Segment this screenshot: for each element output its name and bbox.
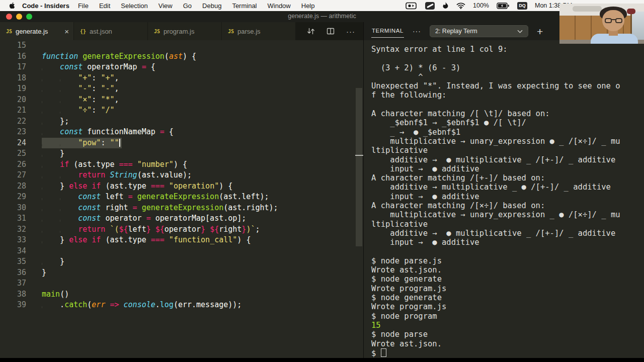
menu-item-terminal[interactable]: Terminal <box>232 2 257 10</box>
gutter-line-number[interactable]: 16 <box>0 51 26 62</box>
code-line[interactable]: 27return String(ast.value); <box>0 170 355 181</box>
menu-item-window[interactable]: Window <box>268 2 291 10</box>
code-line[interactable]: 30const right = generateExpression(ast.r… <box>0 203 355 214</box>
code-line-content: "pow": "" <box>42 138 122 149</box>
open-changes-icon[interactable] <box>307 27 315 35</box>
gutter-line-number[interactable]: 31 <box>0 213 26 224</box>
code-line[interactable]: 22}; <box>0 116 355 127</box>
menu-item-view[interactable]: View <box>158 2 173 10</box>
screen-recording-icon[interactable] <box>406 2 418 10</box>
gutter-line-number[interactable]: 33 <box>0 235 26 246</box>
menu-item-edit[interactable]: Edit <box>99 2 110 10</box>
code-line-content: } else if (ast.type === "function_call")… <box>42 235 251 246</box>
code-line[interactable]: 24"pow": "" <box>0 138 355 149</box>
gutter-line-number[interactable]: 37 <box>0 278 26 289</box>
pen-app-icon[interactable] <box>425 2 435 10</box>
code-line[interactable]: 34 <box>0 246 355 257</box>
code-line[interactable]: 25} <box>0 148 355 159</box>
code-line[interactable]: 31const operator = operatorMap[ast.op]; <box>0 213 355 224</box>
menu-item-go[interactable]: Go <box>183 2 192 10</box>
tab-generate.js[interactable]: JSgenerate.js× <box>0 22 73 40</box>
code-line[interactable]: 38main() <box>0 289 355 300</box>
gutter-line-number[interactable]: 39 <box>0 300 26 311</box>
terminal-line: Wrote program.js <box>371 302 644 311</box>
menu-item-file[interactable]: File <box>78 2 89 10</box>
code-line-content: "×": "*", <box>42 95 119 106</box>
code-line[interactable]: 21"÷": "/" <box>0 105 355 116</box>
gutter-line-number[interactable]: 26 <box>0 159 26 170</box>
code-line[interactable]: 17const operatorMap = { <box>0 62 355 73</box>
terminal-line: $ node parse.js <box>371 256 644 265</box>
code-line-content: .catch(err => console.log(err.message)); <box>42 300 242 311</box>
editor-actions: ··· <box>307 22 363 40</box>
code-line[interactable]: 15 <box>0 40 355 51</box>
apple-menu-icon[interactable] <box>9 2 15 9</box>
gutter-line-number[interactable]: 20 <box>0 95 26 106</box>
gutter-line-number[interactable]: 27 <box>0 170 26 181</box>
menubar-items: FileEditSelectionViewGoDebugTerminalWind… <box>78 2 315 10</box>
terminal-line: multiplicative → unary_expression _ ● /[… <box>371 210 644 219</box>
gutter-line-number[interactable]: 30 <box>0 203 26 214</box>
dq-menu-badge[interactable]: DQ <box>517 2 527 10</box>
menu-item-help[interactable]: Help <box>301 2 315 10</box>
code-line[interactable]: 19"-": "-", <box>0 83 355 95</box>
code-line[interactable]: 20"×": "*", <box>0 95 355 106</box>
terminal-instance-dropdown[interactable]: 2: Replay Term <box>430 25 528 37</box>
more-actions-icon[interactable]: ··· <box>346 27 355 36</box>
code-line-content: const functionNameMap = { <box>42 127 174 138</box>
code-line[interactable]: 18"+": "+", <box>0 73 355 84</box>
gutter-line-number[interactable]: 29 <box>0 192 26 203</box>
gutter-line-number[interactable]: 34 <box>0 246 26 257</box>
window-title: generate.js — arithmetic <box>0 13 644 20</box>
terminal-line: input → ● additive <box>371 164 644 173</box>
gutter-line-number[interactable]: 28 <box>0 181 26 192</box>
tab-ast.json[interactable]: {}ast.json <box>74 22 147 40</box>
terminal-line: A character matching /[+-]/ based on: <box>371 173 644 183</box>
gutter-line-number[interactable]: 22 <box>0 116 26 127</box>
split-editor-icon[interactable] <box>327 27 335 35</box>
gutter-line-number[interactable]: 25 <box>0 148 26 159</box>
app-menu-title[interactable]: Code - Insiders <box>22 2 69 10</box>
battery-charging-icon[interactable] <box>497 3 510 9</box>
terminal-line: _$ebnf$1 → _$ebnf$1 ● /[ \t]/ <box>371 118 644 127</box>
code-line[interactable]: 37 <box>0 278 355 289</box>
close-tab-icon[interactable]: × <box>64 28 69 35</box>
scrollbar-thumb[interactable] <box>356 88 362 246</box>
gutter-line-number[interactable]: 35 <box>0 256 26 267</box>
editor-scrollbar[interactable] <box>355 40 363 358</box>
gutter-line-number[interactable]: 36 <box>0 267 26 279</box>
gutter-line-number[interactable]: 18 <box>0 73 26 84</box>
code-line[interactable]: 28} else if (ast.type === "operation") { <box>0 181 355 192</box>
tab-parse.js[interactable]: JSparse.js <box>222 22 295 40</box>
gutter-line-number[interactable]: 15 <box>0 40 26 51</box>
terminal-output[interactable]: Syntax error at line 1 col 9: (3 + 2) * … <box>363 40 644 358</box>
code-line[interactable]: 26if (ast.type === "number") { <box>0 159 355 170</box>
code-line[interactable]: 32return `(${left} ${operator} ${right})… <box>0 224 355 235</box>
gutter-line-number[interactable]: 38 <box>0 289 26 300</box>
gutter-line-number[interactable]: 23 <box>0 127 26 138</box>
code-line-content: } <box>42 256 64 267</box>
tab-program.js[interactable]: JSprogram.js <box>148 22 221 40</box>
menu-item-debug[interactable]: Debug <box>202 2 221 10</box>
gutter-line-number[interactable]: 24 <box>0 138 26 149</box>
gutter-line-number[interactable]: 21 <box>0 105 26 116</box>
code-line[interactable]: 33} else if (ast.type === "function_call… <box>0 235 355 246</box>
code-line[interactable]: 35} <box>0 256 355 267</box>
terminal-panel-tab[interactable]: TERMINAL <box>371 25 404 38</box>
code-editor[interactable]: 1516function generateExpression(ast) {17… <box>0 40 355 358</box>
new-terminal-icon[interactable]: + <box>537 26 543 37</box>
terminal-more-actions-icon[interactable]: ··· <box>413 27 421 35</box>
code-line[interactable]: 29const left = generateExpression(ast.le… <box>0 192 355 203</box>
flame-icon[interactable] <box>442 2 449 10</box>
code-line[interactable]: 39.catch(err => console.log(err.message)… <box>0 300 355 311</box>
terminal-line: A character matching /[×÷]/ based on: <box>371 201 644 210</box>
gutter-line-number[interactable]: 32 <box>0 224 26 235</box>
wifi-icon[interactable] <box>456 2 465 9</box>
terminal-line: additive → ● multiplicative _ /[+-]/ _ a… <box>371 229 644 238</box>
menu-item-selection[interactable]: Selection <box>121 2 147 10</box>
gutter-line-number[interactable]: 19 <box>0 83 26 95</box>
code-line[interactable]: 16function generateExpression(ast) { <box>0 51 355 62</box>
gutter-line-number[interactable]: 17 <box>0 62 26 73</box>
code-line[interactable]: 36} <box>0 267 355 279</box>
code-line[interactable]: 23const functionNameMap = { <box>0 127 355 138</box>
